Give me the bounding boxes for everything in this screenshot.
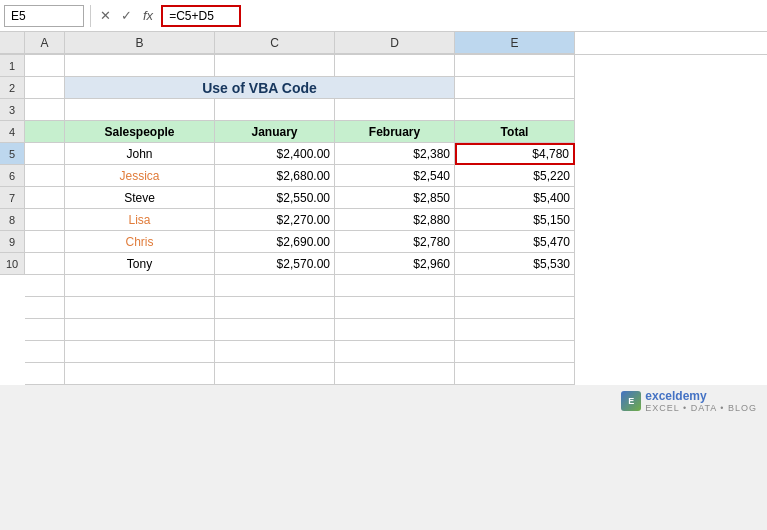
col-header-d[interactable]: D bbox=[335, 32, 455, 54]
cell-a14[interactable] bbox=[25, 341, 65, 363]
cell-c13[interactable] bbox=[215, 319, 335, 341]
cell-c1[interactable] bbox=[215, 55, 335, 77]
cell-a12[interactable] bbox=[25, 297, 65, 319]
cell-c12[interactable] bbox=[215, 297, 335, 319]
row-header-8[interactable]: 8 bbox=[0, 209, 25, 231]
grid-body: 1 2 3 4 5 6 7 8 9 10 bbox=[0, 55, 767, 385]
col-header-b[interactable]: B bbox=[65, 32, 215, 54]
corner-cell[interactable] bbox=[0, 32, 25, 54]
cell-c6[interactable]: $2,680.00 bbox=[215, 165, 335, 187]
cell-b12[interactable] bbox=[65, 297, 215, 319]
cell-d13[interactable] bbox=[335, 319, 455, 341]
row-header-6[interactable]: 6 bbox=[0, 165, 25, 187]
row-header-2[interactable]: 2 bbox=[0, 77, 25, 99]
cell-b1[interactable] bbox=[65, 55, 215, 77]
col-header-e[interactable]: E bbox=[455, 32, 575, 54]
cell-c9[interactable]: $2,690.00 bbox=[215, 231, 335, 253]
cell-b10[interactable]: Tony bbox=[65, 253, 215, 275]
cell-a9[interactable] bbox=[25, 231, 65, 253]
cell-e15[interactable] bbox=[455, 363, 575, 385]
cell-d9[interactable]: $2,780 bbox=[335, 231, 455, 253]
cell-b7[interactable]: Steve bbox=[65, 187, 215, 209]
cell-e10[interactable]: $5,530 bbox=[455, 253, 575, 275]
cell-c5[interactable]: $2,400.00 bbox=[215, 143, 335, 165]
row-3 bbox=[25, 99, 767, 121]
cell-e5-selected[interactable]: $4,780 bbox=[455, 143, 575, 165]
cell-d4-header[interactable]: February bbox=[335, 121, 455, 143]
cell-a3[interactable] bbox=[25, 99, 65, 121]
cell-b11[interactable] bbox=[65, 275, 215, 297]
cell-a1[interactable] bbox=[25, 55, 65, 77]
cell-d3[interactable] bbox=[335, 99, 455, 121]
cell-a2[interactable] bbox=[25, 77, 65, 99]
row-header-7[interactable]: 7 bbox=[0, 187, 25, 209]
confirm-icon[interactable]: ✓ bbox=[118, 8, 135, 23]
cell-c10[interactable]: $2,570.00 bbox=[215, 253, 335, 275]
row8-jan: $2,270.00 bbox=[277, 213, 330, 227]
cell-c4-header[interactable]: January bbox=[215, 121, 335, 143]
cell-a10[interactable] bbox=[25, 253, 65, 275]
cell-d12[interactable] bbox=[335, 297, 455, 319]
cell-d1[interactable] bbox=[335, 55, 455, 77]
cell-b9[interactable]: Chris bbox=[65, 231, 215, 253]
cell-c14[interactable] bbox=[215, 341, 335, 363]
col-header-a[interactable]: A bbox=[25, 32, 65, 54]
cell-d11[interactable] bbox=[335, 275, 455, 297]
cell-d8[interactable]: $2,880 bbox=[335, 209, 455, 231]
row-header-1[interactable]: 1 bbox=[0, 55, 25, 77]
cell-e3[interactable] bbox=[455, 99, 575, 121]
cell-b6[interactable]: Jessica bbox=[65, 165, 215, 187]
cell-d15[interactable] bbox=[335, 363, 455, 385]
cell-e8[interactable]: $5,150 bbox=[455, 209, 575, 231]
cell-b15[interactable] bbox=[65, 363, 215, 385]
cell-e9[interactable]: $5,470 bbox=[455, 231, 575, 253]
cell-e11[interactable] bbox=[455, 275, 575, 297]
cell-e6[interactable]: $5,220 bbox=[455, 165, 575, 187]
row5-feb: $2,380 bbox=[413, 147, 450, 161]
cell-b5[interactable]: John bbox=[65, 143, 215, 165]
row-10: Tony $2,570.00 $2,960 $5,530 bbox=[25, 253, 767, 275]
cell-a7[interactable] bbox=[25, 187, 65, 209]
cancel-icon[interactable]: ✕ bbox=[97, 8, 114, 23]
cell-b3[interactable] bbox=[65, 99, 215, 121]
cell-e12[interactable] bbox=[455, 297, 575, 319]
cell-b4-header[interactable]: Salespeople bbox=[65, 121, 215, 143]
row-header-10[interactable]: 10 bbox=[0, 253, 25, 275]
cell-a4[interactable] bbox=[25, 121, 65, 143]
cell-d6[interactable]: $2,540 bbox=[335, 165, 455, 187]
cell-a13[interactable] bbox=[25, 319, 65, 341]
cell-d14[interactable] bbox=[335, 341, 455, 363]
cell-b14[interactable] bbox=[65, 341, 215, 363]
cell-d7[interactable]: $2,850 bbox=[335, 187, 455, 209]
cell-e1[interactable] bbox=[455, 55, 575, 77]
row-header-3[interactable]: 3 bbox=[0, 99, 25, 121]
cell-c8[interactable]: $2,270.00 bbox=[215, 209, 335, 231]
cell-a5[interactable] bbox=[25, 143, 65, 165]
cell-d5[interactable]: $2,380 bbox=[335, 143, 455, 165]
cell-e14[interactable] bbox=[455, 341, 575, 363]
cell-a6[interactable] bbox=[25, 165, 65, 187]
cell-b13[interactable] bbox=[65, 319, 215, 341]
row-header-4[interactable]: 4 bbox=[0, 121, 25, 143]
cell-a11[interactable] bbox=[25, 275, 65, 297]
cell-b8[interactable]: Lisa bbox=[65, 209, 215, 231]
cell-a8[interactable] bbox=[25, 209, 65, 231]
formula-input[interactable]: =C5+D5 bbox=[161, 5, 241, 27]
row-header-5[interactable]: 5 bbox=[0, 143, 25, 165]
cell-e2[interactable] bbox=[455, 77, 575, 99]
cell-c11[interactable] bbox=[215, 275, 335, 297]
cell-a15[interactable] bbox=[25, 363, 65, 385]
col-header-c[interactable]: C bbox=[215, 32, 335, 54]
cell-c3[interactable] bbox=[215, 99, 335, 121]
row-header-9[interactable]: 9 bbox=[0, 231, 25, 253]
row-8: Lisa $2,270.00 $2,880 $5,150 bbox=[25, 209, 767, 231]
cell-c15[interactable] bbox=[215, 363, 335, 385]
cell-c7[interactable]: $2,550.00 bbox=[215, 187, 335, 209]
cell-e7[interactable]: $5,400 bbox=[455, 187, 575, 209]
cell-e4-header[interactable]: Total bbox=[455, 121, 575, 143]
cell-d10[interactable]: $2,960 bbox=[335, 253, 455, 275]
cell-title[interactable]: Use of VBA Code bbox=[65, 77, 455, 99]
cell-e13[interactable] bbox=[455, 319, 575, 341]
cell-reference-box[interactable]: E5 bbox=[4, 5, 84, 27]
cell-reference-label: E5 bbox=[11, 9, 26, 23]
